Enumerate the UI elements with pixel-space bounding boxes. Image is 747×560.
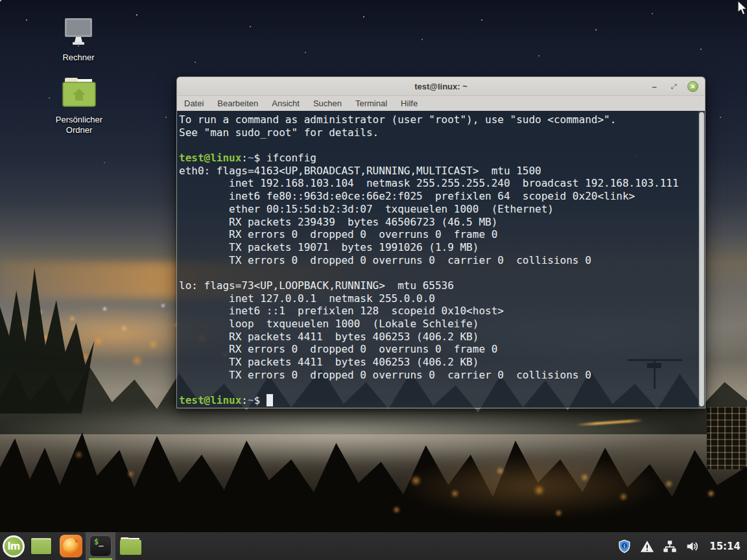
terminal-icon: $_ <box>89 535 112 557</box>
menu-item-search[interactable]: Suchen <box>313 97 342 110</box>
window-controls: – ⤢ ✕ <box>648 77 698 96</box>
firefox-icon <box>60 535 82 557</box>
menu-item-edit[interactable]: Bearbeiten <box>217 97 259 110</box>
taskbar: lm $_ <box>0 532 747 560</box>
show-desktop-icon <box>31 538 51 554</box>
taskbar-item-firefox[interactable] <box>56 532 86 560</box>
window-title: test@linux: ~ <box>414 82 468 91</box>
terminal-menubar: Datei Bearbeiten Ansicht Suchen Terminal… <box>176 95 706 111</box>
close-button[interactable]: ✕ <box>687 81 698 92</box>
wallpaper-bottom-glow <box>363 447 700 525</box>
taskbar-item-terminal[interactable]: $_ <box>86 532 115 560</box>
show-desktop-button[interactable] <box>26 532 56 560</box>
system-tray: 15:14 <box>617 539 747 554</box>
menu-item-help[interactable]: Hilfe <box>400 97 418 110</box>
menu-item-file[interactable]: Datei <box>184 97 204 110</box>
computer-icon <box>43 17 114 49</box>
volume-icon[interactable] <box>685 539 700 554</box>
terminal-scrollbar[interactable] <box>698 111 705 408</box>
network-icon[interactable] <box>663 539 677 554</box>
desktop-icon-label: Rechner <box>43 52 114 63</box>
terminal-window: test@linux: ~ – ⤢ ✕ Datei Bearbeiten Ans… <box>176 76 706 409</box>
files-folder-icon <box>120 537 141 555</box>
mint-menu-button[interactable]: lm <box>1 534 26 559</box>
desktop: Rechner Persönlicher Ordner test@linux: … <box>0 0 747 560</box>
wallpaper-building <box>707 407 747 469</box>
desktop-icon-label: Persönlicher Ordner <box>43 115 115 135</box>
update-shield-icon[interactable] <box>617 539 632 554</box>
menu-item-view[interactable]: Ansicht <box>271 97 300 110</box>
scrollbar-thumb[interactable] <box>699 112 704 406</box>
wallpaper-bottom-lights <box>0 0 2 2</box>
taskbar-clock[interactable]: 15:14 <box>708 541 741 552</box>
terminal-content-area[interactable]: To run a command as administrator (user … <box>176 111 706 408</box>
warning-icon[interactable] <box>640 539 654 554</box>
window-titlebar[interactable]: test@linux: ~ – ⤢ ✕ <box>176 76 706 95</box>
home-folder-icon <box>43 76 115 111</box>
terminal-output: To run a command as administrator (user … <box>179 113 697 407</box>
minimize-button[interactable]: – <box>648 81 660 93</box>
mint-logo-icon: lm <box>3 535 25 557</box>
desktop-icon-home-folder[interactable]: Persönlicher Ordner <box>43 76 115 135</box>
desktop-icon-computer[interactable]: Rechner <box>43 17 114 63</box>
maximize-button[interactable]: ⤢ <box>668 81 680 93</box>
taskbar-item-files[interactable] <box>115 532 145 560</box>
menu-item-terminal[interactable]: Terminal <box>355 97 388 110</box>
